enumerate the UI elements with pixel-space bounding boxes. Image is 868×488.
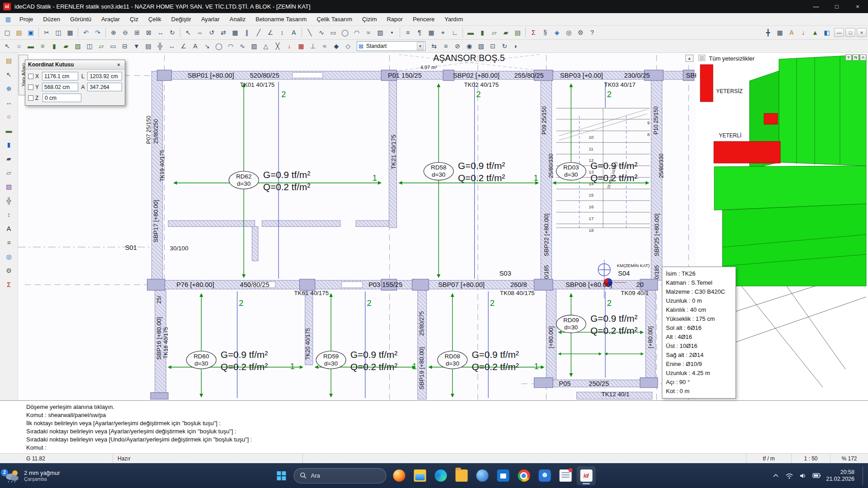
menu-ciz[interactable]: Çiz (125, 14, 143, 24)
hatch-draw-icon[interactable]: ▨ (248, 41, 260, 52)
measure-icon[interactable]: ∠ (264, 27, 276, 38)
beam-icon[interactable]: ▬ (465, 27, 476, 38)
polyline-draw-icon[interactable]: ∿ (236, 41, 248, 52)
node-tool-icon[interactable]: ○ (3, 111, 15, 122)
copy-icon[interactable]: ◫ (52, 27, 64, 38)
explorer-icon[interactable] (410, 466, 429, 485)
close-button[interactable]: × (847, 0, 868, 13)
search-input[interactable]: Ara (294, 468, 387, 483)
close-icon[interactable]: × (115, 61, 122, 68)
pan-icon[interactable]: ↔ (155, 27, 166, 38)
continuous-beam-icon[interactable]: ≡ (37, 41, 48, 52)
style-combobox[interactable]: ⊠ Standart ▾ (357, 41, 425, 51)
wall-tool-icon[interactable]: ▰ (3, 153, 15, 164)
stair-icon[interactable]: ▤ (512, 27, 524, 38)
truss-icon[interactable]: △ (260, 41, 272, 52)
array-icon[interactable]: ▩ (229, 27, 241, 38)
menu-betonarme-tasarim[interactable]: Betonarme Tasarım (250, 14, 311, 24)
arc-draw-icon[interactable]: ◠ (225, 41, 236, 52)
stair-draw-icon[interactable]: ▤ (142, 41, 154, 52)
support-icon[interactable]: ⊥ (307, 41, 319, 52)
display-settings-icon[interactable]: ◐ (510, 41, 522, 52)
camera-icon[interactable]: ◎ (563, 27, 575, 38)
mirror-icon[interactable]: ⇄ (217, 27, 229, 38)
menu-ayarlar[interactable]: Ayarlar (196, 14, 225, 24)
text-draw-icon[interactable]: A (189, 41, 201, 52)
grid-icon[interactable]: ▦ (425, 27, 437, 38)
folder-icon[interactable] (452, 466, 471, 485)
filter-button[interactable]: N (853, 54, 859, 61)
show-labels-icon[interactable]: A (786, 27, 797, 38)
show-desktop-button[interactable] (863, 467, 865, 485)
axis-tool-icon[interactable]: ╬ (3, 195, 15, 206)
weather-widget[interactable]: 2 2 mm yağmur Çarşamba (0, 469, 106, 483)
layers-tool-icon[interactable]: ≡ (3, 237, 15, 248)
mail-icon[interactable] (473, 466, 492, 485)
coordinate-box[interactable]: Koordinat Kutusu × X 1176.1 cm L 1203.92… (25, 60, 125, 106)
dimension-draw-icon[interactable]: ↔ (166, 41, 178, 52)
y-input[interactable]: 568.02 cm (42, 83, 78, 91)
select2-icon[interactable]: ↖ (1, 41, 13, 52)
offset-icon[interactable]: ∥ (241, 27, 253, 38)
target-icon[interactable]: ◉ (463, 41, 475, 52)
menu-cizim[interactable]: Çizim (357, 14, 382, 24)
refresh-icon[interactable]: ↻ (499, 41, 510, 52)
move-icon[interactable]: ⇔ (194, 27, 206, 38)
circle-icon[interactable]: ◯ (339, 27, 351, 38)
maximize-button[interactable]: □ (826, 0, 847, 13)
tray-chevron-icon[interactable] (772, 472, 780, 479)
view-tool-icon[interactable]: ◎ (3, 251, 15, 262)
wifi-icon[interactable] (785, 472, 793, 479)
layer-list-icon[interactable]: ≡ (440, 41, 452, 52)
analysis-tool-icon[interactable]: Σ (3, 279, 15, 290)
slab-tool-icon[interactable]: ▱ (3, 167, 15, 178)
rotate-icon[interactable]: ↺ (206, 27, 217, 38)
paste-icon[interactable]: ▦ (64, 27, 76, 38)
new-file-icon[interactable]: ▢ (1, 27, 13, 38)
settings-gear-icon[interactable]: ⚙ (575, 27, 586, 38)
rectangle-icon[interactable]: ▭ (327, 27, 339, 38)
circle-draw-icon[interactable]: ◯ (213, 41, 225, 52)
mdi-minimize-button[interactable]: — (834, 28, 844, 37)
column-tool-icon[interactable]: ▮ (3, 139, 15, 150)
menu-proje[interactable]: Proje (14, 14, 38, 24)
beam-tool-icon[interactable]: ▬ (3, 125, 15, 136)
run-analysis-icon[interactable]: Σ (528, 27, 539, 38)
menu-degistir[interactable]: Değiştir (166, 14, 196, 24)
chrome-icon[interactable] (514, 466, 533, 485)
coordinate-box-titlebar[interactable]: Koordinat Kutusu × (25, 60, 125, 70)
point-icon[interactable]: • (386, 27, 398, 38)
pile-icon[interactable]: ▼ (131, 41, 142, 52)
show-loads-icon[interactable]: ↓ (797, 27, 809, 38)
clock-widget[interactable]: 20:58 21.02.2026 (826, 469, 854, 483)
help-icon[interactable]: ? (586, 27, 598, 38)
trim-icon[interactable]: ╱ (253, 27, 264, 38)
menu-analiz[interactable]: Analiz (225, 14, 250, 24)
zoom-extents-icon[interactable]: ⊠ (143, 27, 155, 38)
z-lock-checkbox[interactable] (28, 95, 33, 101)
show-axes-icon[interactable]: ╋ (762, 27, 774, 38)
filter-button[interactable]: Y (845, 54, 852, 61)
properties-icon[interactable]: ¶ (414, 27, 425, 38)
undo-icon[interactable]: ↶ (80, 27, 92, 38)
word-icon[interactable] (556, 466, 575, 485)
slab-icon[interactable]: ▱ (488, 27, 500, 38)
show-render-icon[interactable]: ◧ (821, 27, 833, 38)
paint-icon[interactable]: ▧ (475, 41, 487, 52)
menu-yardim[interactable]: Yardım (439, 14, 468, 24)
l-input[interactable]: 1203.92 cm (87, 72, 122, 80)
report-icon[interactable]: § (539, 27, 551, 38)
edge-icon[interactable] (431, 466, 450, 485)
menu-pencere[interactable]: Pencere (408, 14, 439, 24)
brace-icon[interactable]: ╳ (272, 41, 283, 52)
x-input[interactable]: 1176.1 cm (42, 72, 78, 80)
filter-button[interactable]: A (860, 54, 866, 61)
line-icon[interactable]: ╲ (304, 27, 316, 38)
wall-icon[interactable]: ▰ (500, 27, 512, 38)
start-button[interactable] (273, 467, 291, 485)
snap-icon[interactable]: ⌖ (437, 27, 449, 38)
store-icon[interactable] (494, 466, 513, 485)
show-supports-icon[interactable]: ▲ (809, 27, 821, 38)
column-icon[interactable]: ▮ (476, 27, 488, 38)
menu-rapor[interactable]: Rapor (382, 14, 407, 24)
